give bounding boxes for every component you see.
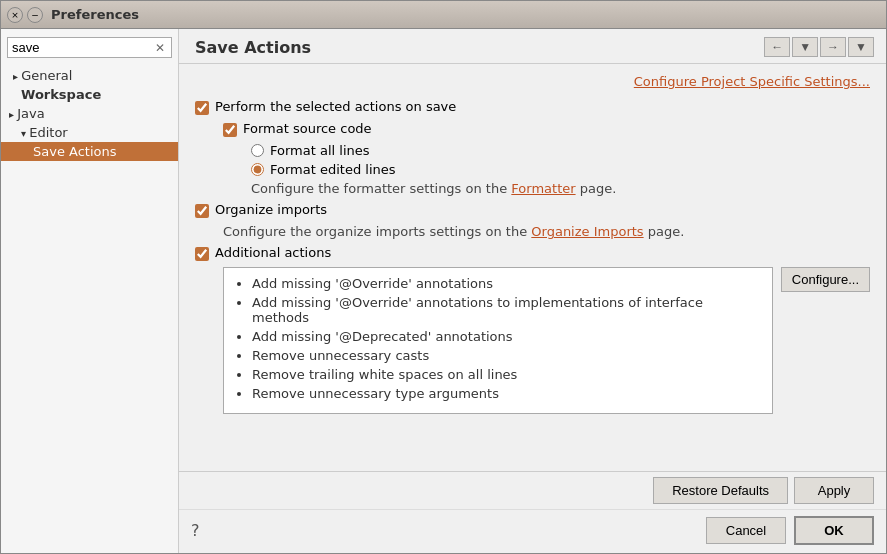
panel-header: Save Actions ← ▼ → ▼ [179, 29, 886, 64]
additional-actions-row: Additional actions [195, 245, 870, 261]
organize-imports-row: Organize imports [195, 202, 870, 218]
forward-dropdown-button[interactable]: ▼ [848, 37, 874, 57]
ok-button[interactable]: OK [794, 516, 874, 545]
format-source-label: Format source code [243, 121, 372, 136]
formatter-desc-text: Configure the formatter settings on the [251, 181, 507, 196]
restore-defaults-button[interactable]: Restore Defaults [653, 477, 788, 504]
sidebar-item-editor[interactable]: Editor [1, 123, 178, 142]
panel-title: Save Actions [195, 38, 311, 57]
sidebar-item-workspace-label: Workspace [21, 87, 101, 102]
forward-button[interactable]: → [820, 37, 846, 57]
search-input[interactable] [12, 40, 153, 55]
formatter-link[interactable]: Formatter [511, 181, 575, 196]
sidebar-item-save-actions-label: Save Actions [33, 144, 117, 159]
format-source-row: Format source code [223, 121, 870, 137]
config-link-row: Configure Project Specific Settings... [195, 74, 870, 89]
apply-button[interactable]: Apply [794, 477, 874, 504]
additional-list: Add missing '@Override' annotations Add … [236, 276, 760, 401]
list-item: Remove trailing white spaces on all line… [252, 367, 760, 382]
sidebar: ✕ General Workspace Java Editor Save Act… [1, 29, 179, 553]
formatter-description: Configure the formatter settings on the … [223, 181, 870, 196]
back-button[interactable]: ← [764, 37, 790, 57]
titlebar: × − Preferences [1, 1, 886, 29]
preferences-window: × − Preferences ✕ General Workspace Java [0, 0, 887, 554]
format-source-checkbox[interactable] [223, 123, 237, 137]
help-section: ? [191, 521, 698, 540]
organize-imports-desc-end: page. [648, 224, 685, 239]
restore-apply-row: Restore Defaults Apply [179, 472, 886, 510]
sidebar-item-workspace[interactable]: Workspace [1, 85, 178, 104]
list-item: Add missing '@Deprecated' annotations [252, 329, 760, 344]
perform-on-save-checkbox[interactable] [195, 101, 209, 115]
bottom-bar: Restore Defaults Apply ? Cancel OK [179, 471, 886, 553]
format-source-block: Format source code Format all lines Form… [195, 121, 870, 196]
sidebar-item-java[interactable]: Java [1, 104, 178, 123]
list-item: Add missing '@Override' annotations to i… [252, 295, 760, 325]
perform-on-save-row: Perform the selected actions on save [195, 99, 870, 115]
window-title: Preferences [51, 7, 139, 22]
search-clear-icon[interactable]: ✕ [153, 41, 167, 55]
additional-list-box: Add missing '@Override' annotations Add … [223, 267, 773, 414]
perform-on-save-label: Perform the selected actions on save [215, 99, 456, 114]
sidebar-item-java-label: Java [17, 106, 44, 121]
additional-actions-checkbox[interactable] [195, 247, 209, 261]
cancel-ok-row: ? Cancel OK [179, 510, 886, 553]
format-options-block: Format all lines Format edited lines [223, 143, 870, 177]
minimize-button[interactable]: − [27, 7, 43, 23]
additional-list-container: Add missing '@Override' annotations Add … [195, 267, 870, 414]
configure-project-link[interactable]: Configure Project Specific Settings... [634, 74, 870, 89]
cancel-button[interactable]: Cancel [706, 517, 786, 544]
formatter-desc-end: page. [580, 181, 617, 196]
format-edited-lines-label: Format edited lines [270, 162, 396, 177]
additional-actions-label: Additional actions [215, 245, 331, 260]
list-item: Add missing '@Override' annotations [252, 276, 760, 291]
close-button[interactable]: × [7, 7, 23, 23]
organize-imports-desc-text: Configure the organize imports settings … [223, 224, 527, 239]
format-all-lines-radio[interactable] [251, 144, 264, 157]
configure-button[interactable]: Configure... [781, 267, 870, 292]
sidebar-item-general-label: General [21, 68, 72, 83]
format-all-lines-row: Format all lines [251, 143, 870, 158]
right-panel: Save Actions ← ▼ → ▼ Configure Project S… [179, 29, 886, 553]
panel-body: Configure Project Specific Settings... P… [179, 64, 886, 471]
format-edited-lines-row: Format edited lines [251, 162, 870, 177]
titlebar-buttons: × − [7, 7, 43, 23]
sidebar-item-general[interactable]: General [1, 66, 178, 85]
organize-imports-label: Organize imports [215, 202, 327, 217]
organize-imports-description: Configure the organize imports settings … [195, 224, 870, 239]
list-item: Remove unnecessary casts [252, 348, 760, 363]
list-item: Remove unnecessary type arguments [252, 386, 760, 401]
main-content: ✕ General Workspace Java Editor Save Act… [1, 29, 886, 553]
back-dropdown-button[interactable]: ▼ [792, 37, 818, 57]
format-edited-lines-radio[interactable] [251, 163, 264, 176]
search-box[interactable]: ✕ [7, 37, 172, 58]
organize-imports-link[interactable]: Organize Imports [531, 224, 643, 239]
help-icon[interactable]: ? [191, 521, 200, 540]
nav-arrows: ← ▼ → ▼ [764, 37, 874, 57]
format-all-lines-label: Format all lines [270, 143, 370, 158]
organize-imports-checkbox[interactable] [195, 204, 209, 218]
sidebar-item-editor-label: Editor [29, 125, 67, 140]
sidebar-item-save-actions[interactable]: Save Actions [1, 142, 178, 161]
